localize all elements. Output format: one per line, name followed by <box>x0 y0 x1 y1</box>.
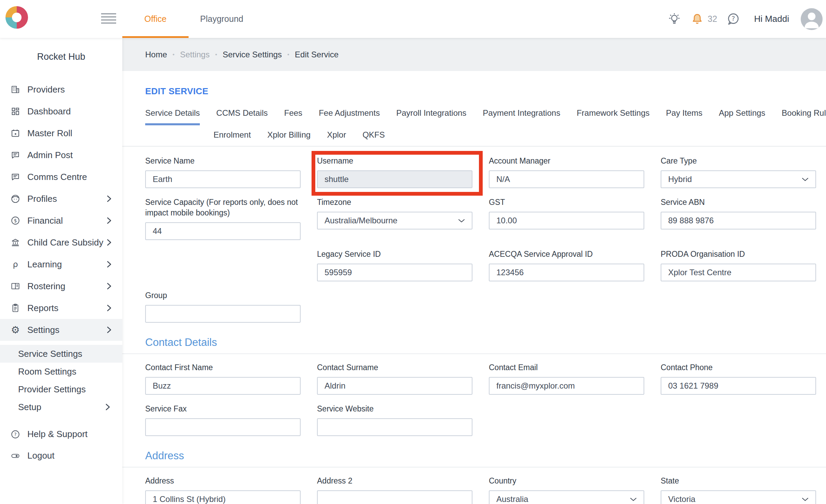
sidebar-item-rostering[interactable]: Rostering <box>0 275 122 297</box>
service-details-form: Service NameEarth Usernameshuttle Accoun… <box>145 156 816 504</box>
sidebar-item-provider-settings[interactable]: Provider Settings <box>0 380 122 398</box>
tab-qkfs[interactable]: QKFS <box>362 130 385 140</box>
service-capacity-value: 44 <box>153 226 162 236</box>
header-nav: OfficePlayground <box>122 0 255 38</box>
state-field: StateVictoria <box>661 476 816 504</box>
username-input[interactable]: shuttle <box>317 170 472 188</box>
chevron-right-icon <box>105 403 111 411</box>
sidebar-item-settings[interactable]: ⚙Settings <box>0 319 122 341</box>
notification-count: 32 <box>708 14 717 24</box>
nav-tab-playground[interactable]: Playground <box>189 0 255 38</box>
sidebar-item-profiles[interactable]: Profiles <box>0 188 122 210</box>
care-type-label: Care Type <box>661 156 816 166</box>
acecqa-service-approval-id-value: 123456 <box>496 268 524 277</box>
sidebar-item-service-settings[interactable]: Service Settings <box>0 345 122 363</box>
group-input[interactable] <box>145 305 301 323</box>
service-website-label: Service Website <box>317 404 472 414</box>
address-input[interactable]: 1 Collins St (Hybrid) <box>145 490 301 504</box>
sidebar-item-help-support[interactable]: ?Help & Support <box>0 423 122 445</box>
app-window: OfficePlayground 32 ? <box>0 0 826 504</box>
tab-fee-adjustments[interactable]: Fee Adjustments <box>319 108 380 125</box>
avatar[interactable] <box>801 8 823 30</box>
contact-email-field: Contact Emailfrancis@myxplor.com <box>489 362 644 395</box>
address-value: 1 Collins St (Hybrid) <box>153 494 225 504</box>
sidebar-item-logout[interactable]: Logout <box>0 445 122 466</box>
service-abn-value: 89 888 9876 <box>668 216 714 225</box>
help-chat-icon[interactable]: ? <box>726 12 740 26</box>
address-label: Address <box>145 476 301 486</box>
account-manager-input[interactable]: N/A <box>489 170 644 188</box>
section-rule <box>122 467 826 467</box>
group-field: Group <box>145 290 301 323</box>
username-label: Username <box>317 156 472 166</box>
sidebar-item-learning[interactable]: ρLearning <box>0 253 122 275</box>
contact-phone-field: Contact Phone03 1621 7989 <box>661 362 816 395</box>
service-name-input[interactable]: Earth <box>145 170 301 188</box>
address-2-input[interactable] <box>317 490 472 504</box>
breadcrumb-service-settings[interactable]: Service Settings <box>223 50 282 59</box>
tab-pay-items[interactable]: Pay Items <box>666 108 703 125</box>
tab-enrolment[interactable]: Enrolment <box>214 130 251 140</box>
service-website-input[interactable] <box>317 418 472 436</box>
contact-surname-input[interactable]: Aldrin <box>317 377 472 395</box>
sidebar-menu: ProvidersDashboardMaster RollAdmin PostC… <box>0 79 122 341</box>
gst-field: GST10.00 <box>489 197 644 229</box>
tab-xplor-billing[interactable]: Xplor Billing <box>267 130 311 140</box>
tab-framework-settings[interactable]: Framework Settings <box>577 108 649 125</box>
tabs-divider <box>122 146 826 147</box>
sidebar-item-reports[interactable]: Reports <box>0 297 122 319</box>
nav-tab-office[interactable]: Office <box>122 0 189 38</box>
contact-first-name-input[interactable]: Buzz <box>145 377 301 395</box>
sidebar-item-setup[interactable]: Setup <box>0 398 122 416</box>
tab-app-settings[interactable]: App Settings <box>719 108 765 125</box>
book-icon <box>10 281 20 291</box>
sidebar-submenu: Service SettingsRoom SettingsProvider Se… <box>0 345 122 416</box>
gst-input[interactable]: 10.00 <box>489 212 644 229</box>
proda-organisation-id-input[interactable]: Xplor Test Centre <box>661 264 816 281</box>
tab-payroll-integrations[interactable]: Payroll Integrations <box>396 108 466 125</box>
gst-value: 10.00 <box>496 216 517 225</box>
contact-email-input[interactable]: francis@myxplor.com <box>489 377 644 395</box>
hamburger-menu-icon[interactable] <box>101 13 116 24</box>
breadcrumb-settings[interactable]: Settings <box>180 50 210 59</box>
sidebar-item-comms-centre[interactable]: Comms Centre <box>0 166 122 188</box>
chevron-down-icon <box>630 498 637 501</box>
lightbulb-icon[interactable] <box>667 12 681 26</box>
tab-xplor[interactable]: Xplor <box>327 130 346 140</box>
sidebar-item-master-roll[interactable]: Master Roll <box>0 122 122 144</box>
contact-surname-label: Contact Surname <box>317 362 472 373</box>
breadcrumb-separator: • <box>215 51 217 58</box>
tab-ccms-details[interactable]: CCMS Details <box>216 108 268 125</box>
country-select[interactable]: Australia <box>489 490 644 504</box>
sidebar-item-admin-post[interactable]: Admin Post <box>0 144 122 166</box>
sidebar-item-providers[interactable]: Providers <box>0 79 122 100</box>
sidebar-item-dashboard[interactable]: Dashboard <box>0 100 122 122</box>
username-value: shuttle <box>325 174 349 184</box>
state-select[interactable]: Victoria <box>661 490 816 504</box>
sidebar-item-room-settings[interactable]: Room Settings <box>0 363 122 380</box>
country-field: CountryAustralia <box>489 476 644 504</box>
care-type-select[interactable]: Hybrid <box>661 170 816 188</box>
contact-phone-input[interactable]: 03 1621 7989 <box>661 377 816 395</box>
service-capacity-input[interactable]: 44 <box>145 222 301 240</box>
tab-fees[interactable]: Fees <box>284 108 302 125</box>
svg-text:$: $ <box>14 218 17 223</box>
service-abn-input[interactable]: 89 888 9876 <box>661 212 816 229</box>
sidebar-item-label: Setup <box>18 402 41 412</box>
acecqa-service-approval-id-input[interactable]: 123456 <box>489 264 644 281</box>
breadcrumb-home[interactable]: Home <box>145 50 167 59</box>
bell-icon[interactable] <box>690 12 704 26</box>
country-value: Australia <box>496 494 528 504</box>
service-fax-input[interactable] <box>145 418 301 436</box>
tab-payment-integrations[interactable]: Payment Integrations <box>483 108 560 125</box>
service-fax-label: Service Fax <box>145 404 301 414</box>
sidebar-item-financial[interactable]: $Financial <box>0 210 122 232</box>
sidebar-item-child-care-subsidy[interactable]: Child Care Subsidy <box>0 232 122 253</box>
breadcrumb-edit-service[interactable]: Edit Service <box>295 50 339 59</box>
timezone-select[interactable]: Australia/Melbourne <box>317 212 472 229</box>
legacy-service-id-input[interactable]: 595959 <box>317 264 472 281</box>
tab-service-details[interactable]: Service Details <box>145 108 200 125</box>
brand-logo-icon[interactable] <box>5 6 28 29</box>
tab-booking-rules[interactable]: Booking Rules <box>782 108 826 125</box>
contact-first-name-value: Buzz <box>153 381 171 391</box>
